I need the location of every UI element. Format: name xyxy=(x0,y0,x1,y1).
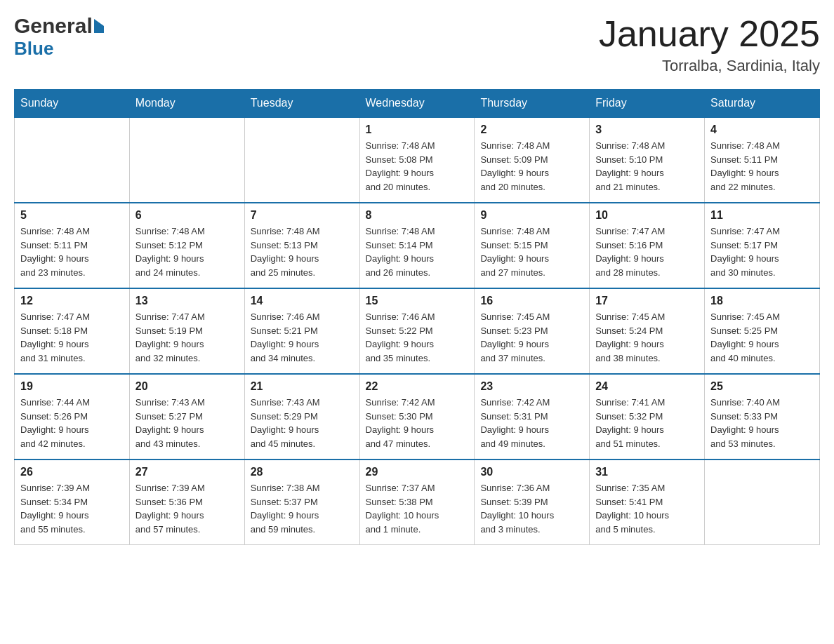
day-info: Sunrise: 7:45 AM Sunset: 5:24 PM Dayligh… xyxy=(595,310,699,365)
day-number: 6 xyxy=(135,209,239,222)
day-number: 13 xyxy=(135,295,239,307)
day-number: 11 xyxy=(710,209,814,222)
calendar-cell-w2d5: 17Sunrise: 7:45 AM Sunset: 5:24 PM Dayli… xyxy=(590,288,705,374)
calendar-cell-w2d0: 12Sunrise: 7:47 AM Sunset: 5:18 PM Dayli… xyxy=(15,288,130,374)
day-info: Sunrise: 7:45 AM Sunset: 5:23 PM Dayligh… xyxy=(480,310,583,365)
day-info: Sunrise: 7:48 AM Sunset: 5:15 PM Dayligh… xyxy=(480,224,583,279)
day-info: Sunrise: 7:42 AM Sunset: 5:31 PM Dayligh… xyxy=(480,396,583,450)
day-info: Sunrise: 7:39 AM Sunset: 5:34 PM Dayligh… xyxy=(20,481,124,536)
page-header: General Blue January 2025 Torralba, Sard… xyxy=(14,14,820,75)
day-number: 4 xyxy=(710,123,814,136)
day-number: 14 xyxy=(251,295,354,307)
day-info: Sunrise: 7:35 AM Sunset: 5:41 PM Dayligh… xyxy=(595,481,699,536)
day-info: Sunrise: 7:45 AM Sunset: 5:25 PM Dayligh… xyxy=(710,310,814,365)
calendar-cell-w3d0: 19Sunrise: 7:44 AM Sunset: 5:26 PM Dayli… xyxy=(15,374,130,459)
calendar-cell-w4d5: 31Sunrise: 7:35 AM Sunset: 5:41 PM Dayli… xyxy=(590,459,705,545)
calendar-cell-w1d3: 8Sunrise: 7:48 AM Sunset: 5:14 PM Daylig… xyxy=(359,203,475,288)
day-info: Sunrise: 7:47 AM Sunset: 5:19 PM Dayligh… xyxy=(135,310,239,365)
day-number: 21 xyxy=(251,380,354,393)
day-info: Sunrise: 7:46 AM Sunset: 5:22 PM Dayligh… xyxy=(366,310,469,365)
day-info: Sunrise: 7:37 AM Sunset: 5:38 PM Dayligh… xyxy=(366,481,469,536)
calendar-header-row: Sunday Monday Tuesday Wednesday Thursday… xyxy=(15,90,820,118)
day-number: 3 xyxy=(595,123,699,136)
day-number: 29 xyxy=(366,466,469,478)
day-info: Sunrise: 7:39 AM Sunset: 5:36 PM Dayligh… xyxy=(135,481,239,536)
day-info: Sunrise: 7:42 AM Sunset: 5:30 PM Dayligh… xyxy=(366,396,469,450)
day-number: 8 xyxy=(366,209,469,222)
calendar-cell-w4d2: 28Sunrise: 7:38 AM Sunset: 5:37 PM Dayli… xyxy=(244,459,359,545)
day-number: 26 xyxy=(20,466,124,478)
calendar-cell-w4d6 xyxy=(705,459,820,545)
day-number: 2 xyxy=(480,123,583,136)
day-info: Sunrise: 7:48 AM Sunset: 5:11 PM Dayligh… xyxy=(710,139,814,194)
calendar-cell-w4d3: 29Sunrise: 7:37 AM Sunset: 5:38 PM Dayli… xyxy=(359,459,475,545)
calendar-week-row-2: 12Sunrise: 7:47 AM Sunset: 5:18 PM Dayli… xyxy=(15,288,820,374)
calendar-table: Sunday Monday Tuesday Wednesday Thursday… xyxy=(14,89,820,545)
logo-triangle-icon xyxy=(94,19,104,33)
calendar-cell-w0d5: 3Sunrise: 7:48 AM Sunset: 5:10 PM Daylig… xyxy=(590,117,705,203)
calendar-cell-w0d0 xyxy=(15,117,130,203)
day-info: Sunrise: 7:43 AM Sunset: 5:29 PM Dayligh… xyxy=(251,396,354,450)
day-number: 9 xyxy=(480,209,583,222)
day-info: Sunrise: 7:48 AM Sunset: 5:09 PM Dayligh… xyxy=(480,139,583,194)
logo-general-text: General xyxy=(14,14,93,38)
day-number: 19 xyxy=(20,380,124,393)
calendar-cell-w2d3: 15Sunrise: 7:46 AM Sunset: 5:22 PM Dayli… xyxy=(359,288,475,374)
col-wednesday: Wednesday xyxy=(359,90,475,118)
calendar-cell-w3d1: 20Sunrise: 7:43 AM Sunset: 5:27 PM Dayli… xyxy=(129,374,244,459)
day-number: 22 xyxy=(366,380,469,393)
day-number: 10 xyxy=(595,209,699,222)
calendar-cell-w2d2: 14Sunrise: 7:46 AM Sunset: 5:21 PM Dayli… xyxy=(244,288,359,374)
col-friday: Friday xyxy=(590,90,705,118)
day-info: Sunrise: 7:48 AM Sunset: 5:13 PM Dayligh… xyxy=(251,224,354,279)
day-number: 20 xyxy=(135,380,239,393)
location-text: Torralba, Sardinia, Italy xyxy=(599,57,820,75)
calendar-cell-w1d1: 6Sunrise: 7:48 AM Sunset: 5:12 PM Daylig… xyxy=(129,203,244,288)
day-number: 1 xyxy=(366,123,469,136)
day-info: Sunrise: 7:41 AM Sunset: 5:32 PM Dayligh… xyxy=(595,396,699,450)
calendar-cell-w1d0: 5Sunrise: 7:48 AM Sunset: 5:11 PM Daylig… xyxy=(15,203,130,288)
day-number: 16 xyxy=(480,295,583,307)
col-monday: Monday xyxy=(129,90,244,118)
col-tuesday: Tuesday xyxy=(244,90,359,118)
day-number: 25 xyxy=(710,380,814,393)
day-info: Sunrise: 7:48 AM Sunset: 5:12 PM Dayligh… xyxy=(135,224,239,279)
calendar-cell-w1d2: 7Sunrise: 7:48 AM Sunset: 5:13 PM Daylig… xyxy=(244,203,359,288)
calendar-cell-w4d4: 30Sunrise: 7:36 AM Sunset: 5:39 PM Dayli… xyxy=(475,459,590,545)
calendar-cell-w0d3: 1Sunrise: 7:48 AM Sunset: 5:08 PM Daylig… xyxy=(359,117,475,203)
day-number: 28 xyxy=(251,466,354,478)
calendar-week-row-0: 1Sunrise: 7:48 AM Sunset: 5:08 PM Daylig… xyxy=(15,117,820,203)
day-info: Sunrise: 7:36 AM Sunset: 5:39 PM Dayligh… xyxy=(480,481,583,536)
day-number: 17 xyxy=(595,295,699,307)
day-info: Sunrise: 7:48 AM Sunset: 5:11 PM Dayligh… xyxy=(20,224,124,279)
calendar-cell-w0d2 xyxy=(244,117,359,203)
month-title: January 2025 xyxy=(599,14,820,54)
calendar-cell-w3d5: 24Sunrise: 7:41 AM Sunset: 5:32 PM Dayli… xyxy=(590,374,705,459)
day-info: Sunrise: 7:47 AM Sunset: 5:18 PM Dayligh… xyxy=(20,310,124,365)
day-number: 24 xyxy=(595,380,699,393)
calendar-cell-w1d6: 11Sunrise: 7:47 AM Sunset: 5:17 PM Dayli… xyxy=(705,203,820,288)
calendar-cell-w1d5: 10Sunrise: 7:47 AM Sunset: 5:16 PM Dayli… xyxy=(590,203,705,288)
day-number: 30 xyxy=(480,466,583,478)
calendar-cell-w0d1 xyxy=(129,117,244,203)
calendar-body: 1Sunrise: 7:48 AM Sunset: 5:08 PM Daylig… xyxy=(15,117,820,545)
day-info: Sunrise: 7:40 AM Sunset: 5:33 PM Dayligh… xyxy=(710,396,814,450)
day-number: 12 xyxy=(20,295,124,307)
calendar-week-row-4: 26Sunrise: 7:39 AM Sunset: 5:34 PM Dayli… xyxy=(15,459,820,545)
calendar-cell-w2d4: 16Sunrise: 7:45 AM Sunset: 5:23 PM Dayli… xyxy=(475,288,590,374)
logo: General Blue xyxy=(14,14,104,60)
day-info: Sunrise: 7:48 AM Sunset: 5:08 PM Dayligh… xyxy=(366,139,469,194)
logo-blue-text: Blue xyxy=(14,38,53,59)
day-number: 27 xyxy=(135,466,239,478)
calendar-cell-w4d1: 27Sunrise: 7:39 AM Sunset: 5:36 PM Dayli… xyxy=(129,459,244,545)
col-saturday: Saturday xyxy=(705,90,820,118)
day-number: 7 xyxy=(251,209,354,222)
day-info: Sunrise: 7:43 AM Sunset: 5:27 PM Dayligh… xyxy=(135,396,239,450)
day-number: 31 xyxy=(595,466,699,478)
day-number: 5 xyxy=(20,209,124,222)
calendar-cell-w3d4: 23Sunrise: 7:42 AM Sunset: 5:31 PM Dayli… xyxy=(475,374,590,459)
day-info: Sunrise: 7:47 AM Sunset: 5:16 PM Dayligh… xyxy=(595,224,699,279)
day-info: Sunrise: 7:38 AM Sunset: 5:37 PM Dayligh… xyxy=(251,481,354,536)
day-info: Sunrise: 7:48 AM Sunset: 5:10 PM Dayligh… xyxy=(595,139,699,194)
title-section: January 2025 Torralba, Sardinia, Italy xyxy=(599,14,820,75)
